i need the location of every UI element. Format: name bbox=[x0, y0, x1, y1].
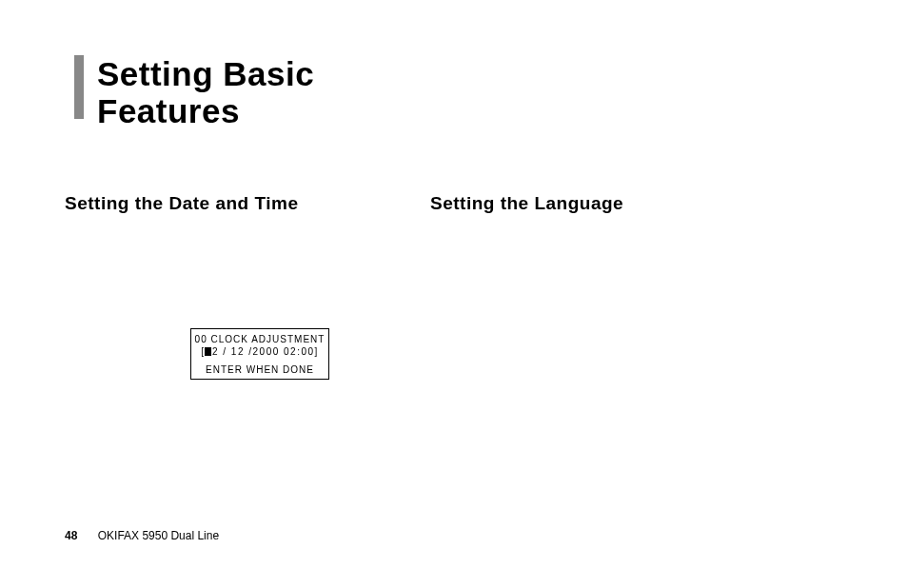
chapter-title: Setting Basic Features bbox=[97, 55, 314, 129]
document-page: Setting Basic Features Setting the Date … bbox=[0, 0, 908, 588]
title-line-2: Features bbox=[97, 92, 240, 129]
cursor-icon bbox=[205, 347, 211, 356]
lcd-date-value: 2 / 12 /2000 02:00] bbox=[212, 346, 319, 357]
page-number: 48 bbox=[65, 529, 77, 542]
section-heading-language: Setting the Language bbox=[430, 193, 623, 214]
lcd-line-1: 00 CLOCK ADJUSTMENT bbox=[193, 333, 326, 345]
lcd-display: 00 CLOCK ADJUSTMENT [2 / 12 /2000 02:00]… bbox=[190, 328, 329, 380]
chapter-title-block: Setting Basic Features bbox=[74, 55, 314, 129]
title-line-1: Setting Basic bbox=[97, 55, 314, 92]
lcd-line-3: ENTER WHEN DONE bbox=[193, 363, 326, 376]
page-footer: 48 OKIFAX 5950 Dual Line bbox=[65, 529, 219, 542]
title-accent-bar bbox=[74, 55, 84, 119]
product-name: OKIFAX 5950 Dual Line bbox=[98, 529, 219, 542]
lcd-line-2: [2 / 12 /2000 02:00] bbox=[193, 345, 326, 358]
section-heading-date-time: Setting the Date and Time bbox=[65, 193, 298, 214]
